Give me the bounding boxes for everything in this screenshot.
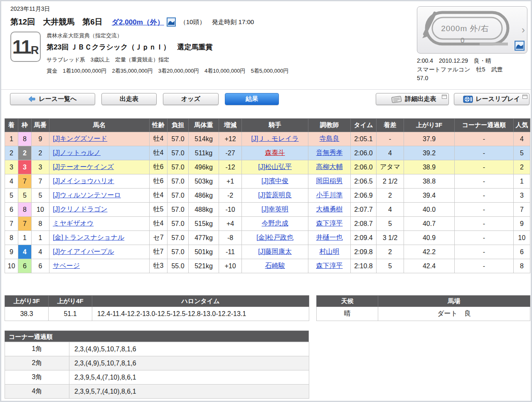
chevron-right-icon[interactable]: › <box>522 24 525 36</box>
tab-odds[interactable]: オッズ <box>163 93 219 105</box>
cell-jockey: [J]松山弘平 <box>242 160 308 174</box>
horse-link[interactable]: [J]ノットゥルノ <box>53 149 101 156</box>
cell-waku: 4 <box>18 245 32 259</box>
course-distance-link[interactable]: ダ2,000m（外） <box>112 17 164 27</box>
jockey-link[interactable]: [J]濱中俊 <box>261 177 288 184</box>
cell-trainer: 井樋一也 <box>308 231 351 245</box>
race-number: 11 <box>12 37 31 56</box>
cell-weight: 488kg <box>189 203 219 217</box>
cell-margin: 2 <box>377 189 404 203</box>
track-condition-value: ダート 良 <box>378 307 530 321</box>
cell-trainer: 小手川準 <box>308 189 351 203</box>
cell-time: 2:06.0 <box>351 146 377 160</box>
cell-trainer: 森下淳平 <box>308 217 351 231</box>
cell-time: 2:10.8 <box>351 259 377 273</box>
results-header-row: 着枠馬番馬名性齢負担馬体重増減騎手調教師タイム着差上がり3Fコーナー通過順人気 <box>5 119 530 132</box>
cell-time: 2:07.7 <box>351 203 377 217</box>
cell-sexage: 牡7 <box>150 245 167 259</box>
back-to-race-list-button[interactable]: レース一覧へ <box>10 93 95 105</box>
horse-link[interactable]: [J]ケイアイパープル <box>53 248 114 255</box>
trainer-link[interactable]: 森下淳平 <box>316 262 343 269</box>
trainer-link[interactable]: 井樋一也 <box>316 234 343 241</box>
jockey-link[interactable]: 今野忠成 <box>262 220 288 227</box>
cell-horse: [金]トランスナショナル <box>49 231 150 245</box>
tab-results-active[interactable]: 結果 <box>225 93 279 105</box>
trainer-link[interactable]: 岡田稲男 <box>316 177 343 184</box>
cell-load: 57.0 <box>167 245 189 259</box>
cell-waku: 7 <box>18 174 32 189</box>
cell-horse: [J]ノットゥルノ <box>49 146 150 160</box>
course-view-icon[interactable] <box>515 41 525 51</box>
horse-link[interactable]: サベージ <box>53 262 80 269</box>
race-number-badge: 11 R <box>10 32 41 62</box>
cell-margin: 2 1/2 <box>377 174 404 189</box>
cell-sexage: 牡4 <box>150 217 167 231</box>
results-col-header: 馬体重 <box>189 119 219 132</box>
trainer-link[interactable]: 小手川準 <box>316 191 343 199</box>
cell-waku: 2 <box>18 146 32 160</box>
cell-time: 2:09.8 <box>351 245 377 259</box>
result-row: 477[J]メイショウハリオ牡657.0503kg+1[J]濱中俊岡田稲男2:0… <box>5 174 530 189</box>
cell-pop: 9 <box>514 217 530 231</box>
results-tbody: 189[J]キングズソード牡457.0514kg+12[J]Ｊ．モレイラ寺島良2… <box>5 132 530 273</box>
cell-sexage: 牡6 <box>150 160 167 174</box>
result-row: 1066サベージ牡355.0521kg+10石崎駿森下淳平2:10.8542.4… <box>5 259 530 273</box>
pace-header-last4f: 上がり4F <box>49 296 92 307</box>
cell-load: 57.0 <box>167 174 189 189</box>
horse-link[interactable]: [金]トランスナショナル <box>53 234 124 241</box>
cell-pos: 1 <box>5 132 18 146</box>
cell-num: 3 <box>32 160 49 174</box>
jockey-link[interactable]: [J]藤岡康太 <box>258 248 292 255</box>
cell-load: 57.0 <box>167 189 189 203</box>
cell-sexage: 牡4 <box>150 132 167 146</box>
record-line3: 57.0 <box>417 74 527 83</box>
cell-last3f: 38.8 <box>404 174 455 189</box>
trainer-link[interactable]: 大橋勇樹 <box>316 206 343 213</box>
cell-weight: 477kg <box>189 231 219 245</box>
record-line2: スマートファルコン 牡5 武豊 <box>417 65 527 74</box>
trainer-link[interactable]: 森下淳平 <box>316 220 343 227</box>
cell-time: 2:06.5 <box>351 174 377 189</box>
tab-entries[interactable]: 出走表 <box>101 93 157 105</box>
cell-pop: 3 <box>514 189 530 203</box>
cell-time: 2:08.7 <box>351 217 377 231</box>
corner-value: 2,3,(4,9),5,10,7,8,1,6 <box>69 342 309 356</box>
horse-link[interactable]: [J]ウィルソンテソーロ <box>53 191 121 199</box>
cell-load: 57.0 <box>167 132 189 146</box>
horse-link[interactable]: [J]キングズソード <box>53 135 107 142</box>
cell-last3f: 40.0 <box>404 203 455 217</box>
jockey-link[interactable]: 森泰斗 <box>265 149 285 156</box>
detailed-entries-button[interactable]: 詳細出走表 <box>376 93 449 105</box>
cell-jockey: [J]菅原明良 <box>242 189 308 203</box>
results-col-header: 馬名 <box>49 119 150 132</box>
cell-pop: 10 <box>514 231 530 245</box>
jockey-link[interactable]: [J]菅原明良 <box>258 191 292 199</box>
cell-pos: 5 <box>5 189 18 203</box>
race-replay-button[interactable]: レースリプレイ <box>454 93 530 105</box>
corner-order-title: コーナー通過順 <box>5 331 309 342</box>
cell-corner: - <box>455 160 514 174</box>
horse-link[interactable]: ミヤギザオウ <box>53 220 94 227</box>
horse-link[interactable]: [J]テーオーケインズ <box>53 163 114 170</box>
jockey-link[interactable]: 石崎駿 <box>265 262 285 269</box>
cell-horse: [J]ウィルソンテソーロ <box>49 189 150 203</box>
cell-pos: 8 <box>5 231 18 245</box>
jockey-link[interactable]: [金]松戸政也 <box>256 234 293 241</box>
trainer-link[interactable]: 音無秀孝 <box>316 149 343 156</box>
jockey-link[interactable]: [J]幸英明 <box>261 206 288 213</box>
jockey-link[interactable]: [J]Ｊ．モレイラ <box>251 135 298 142</box>
horse-link[interactable]: [J]クリノドラゴン <box>53 206 108 213</box>
horse-link[interactable]: [J]メイショウハリオ <box>53 177 114 184</box>
trainer-link[interactable]: 高柳大輔 <box>316 163 343 170</box>
trainer-link[interactable]: 寺島良 <box>320 135 340 142</box>
track-diagram[interactable]: 2000m 外/右 0 › <box>417 6 527 54</box>
header-divider <box>1 89 531 90</box>
pace-header-last3f: 上がり3F <box>5 296 49 307</box>
cell-horse: サベージ <box>49 259 150 273</box>
trainer-link[interactable]: 村山明 <box>320 248 340 255</box>
cell-load: 57.0 <box>167 217 189 231</box>
cell-diff: +10 <box>219 259 242 273</box>
jockey-link[interactable]: [J]松山弘平 <box>258 163 292 170</box>
results-col-header: 騎手 <box>242 119 308 132</box>
course-view-icon[interactable] <box>167 17 176 27</box>
